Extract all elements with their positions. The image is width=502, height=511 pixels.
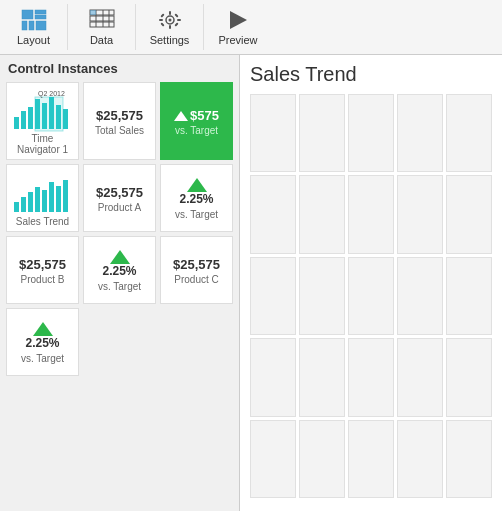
arrow-up-icon-3 [110,250,130,264]
svg-rect-37 [35,187,40,212]
arrow-up-icon-2 [187,178,207,192]
time-navigator-label: Time Navigator 1 [11,133,74,155]
vs-target-1-label: vs. Target [175,125,218,136]
svg-rect-12 [90,10,96,15]
svg-rect-26 [28,107,33,129]
arrow-up-icon [174,111,188,121]
svg-rect-20 [174,22,178,26]
sales-cell-2-2 [348,257,394,335]
preview-icon [224,8,252,32]
settings-icon [156,8,184,32]
sales-trend-title: Sales Trend [250,63,492,86]
sales-cell-2-1 [299,257,345,335]
sales-cell-0-1 [299,94,345,172]
sales-cell-1-1 [299,175,345,253]
sales-cell-1-2 [348,175,394,253]
vs-target-1-value: $575 [190,108,219,124]
sales-cell-4-1 [299,420,345,498]
left-panel: Control Instances [0,55,240,511]
svg-rect-39 [49,182,54,212]
product-b-value: $25,575 [19,257,66,273]
total-sales-tile[interactable]: $25,575 Total Sales [83,82,156,160]
vs-target-1-tile[interactable]: $575 vs. Target [160,82,233,160]
sales-cell-2-0 [250,257,296,335]
preview-label: Preview [218,34,257,46]
sales-cell-1-0 [250,175,296,253]
svg-rect-2 [35,15,46,19]
vs-target-4-tile[interactable]: 2.25% vs. Target [6,308,79,376]
vs-target-2-label: vs. Target [175,209,218,220]
arrow-up-icon-4 [33,322,53,336]
svg-rect-34 [14,202,19,212]
time-navigator-tile[interactable]: Q2 2012 Time Navigator 1 [6,82,79,160]
settings-button[interactable]: Settings [136,4,204,50]
svg-rect-38 [42,190,47,212]
svg-marker-23 [230,11,247,29]
sales-cell-3-0 [250,338,296,416]
sales-trend-chart [12,172,74,214]
vs-target-1-row: $575 [174,108,219,124]
vs-target-2-value: 2.25% [179,192,213,206]
product-a-label: Product A [98,202,141,213]
product-b-label: Product B [21,274,65,285]
svg-point-14 [168,19,171,22]
sales-cell-2-3 [397,257,443,335]
svg-rect-7 [90,16,114,21]
sales-trend-label: Sales Trend [16,216,69,227]
svg-rect-32 [35,97,63,131]
svg-rect-21 [160,22,164,26]
svg-rect-8 [90,22,114,27]
sales-cell-2-4 [446,257,492,335]
svg-rect-18 [177,19,181,21]
vs-target-2-tile[interactable]: 2.25% vs. Target [160,164,233,232]
vs-target-3-label: vs. Target [98,281,141,292]
panel-title: Control Instances [6,61,233,76]
data-label: Data [90,34,113,46]
svg-rect-0 [22,10,33,19]
sales-cell-0-2 [348,94,394,172]
svg-rect-25 [21,111,26,129]
sales-cell-1-3 [397,175,443,253]
vs-target-4-label: vs. Target [21,353,64,364]
sales-cell-0-3 [397,94,443,172]
svg-rect-17 [159,19,163,21]
svg-rect-15 [169,11,171,15]
sales-cell-4-0 [250,420,296,498]
settings-label: Settings [150,34,190,46]
sales-cell-0-0 [250,94,296,172]
sales-cell-3-4 [446,338,492,416]
data-button[interactable]: Data [68,4,136,50]
vs-target-3-tile[interactable]: 2.25% vs. Target [83,236,156,304]
product-c-tile[interactable]: $25,575 Product C [160,236,233,304]
toolbar: Layout Data [0,0,502,55]
sales-cell-4-3 [397,420,443,498]
svg-rect-24 [14,117,19,129]
sales-cell-3-3 [397,338,443,416]
vs-target-3-value: 2.25% [102,264,136,278]
sales-cell-3-2 [348,338,394,416]
svg-rect-35 [21,197,26,212]
svg-rect-31 [63,109,68,129]
sales-cell-4-4 [446,420,492,498]
product-b-tile[interactable]: $25,575 Product B [6,236,79,304]
layout-button[interactable]: Layout [0,4,68,50]
total-sales-value: $25,575 [96,108,143,124]
svg-rect-16 [169,25,171,29]
svg-rect-3 [22,21,27,30]
sales-cell-4-2 [348,420,394,498]
svg-rect-41 [63,180,68,212]
sales-cell-1-4 [446,175,492,253]
product-a-value: $25,575 [96,185,143,201]
product-a-tile[interactable]: $25,575 Product A [83,164,156,232]
sales-cell-0-4 [446,94,492,172]
svg-rect-19 [160,13,164,17]
layout-icon [20,8,48,32]
svg-rect-1 [35,10,46,14]
svg-rect-22 [174,13,178,17]
preview-button[interactable]: Preview [204,4,272,50]
main-content: Control Instances [0,55,502,511]
sales-trend-tile[interactable]: Sales Trend [6,164,79,232]
svg-rect-36 [28,192,33,212]
svg-rect-4 [29,21,34,30]
product-c-value: $25,575 [173,257,220,273]
